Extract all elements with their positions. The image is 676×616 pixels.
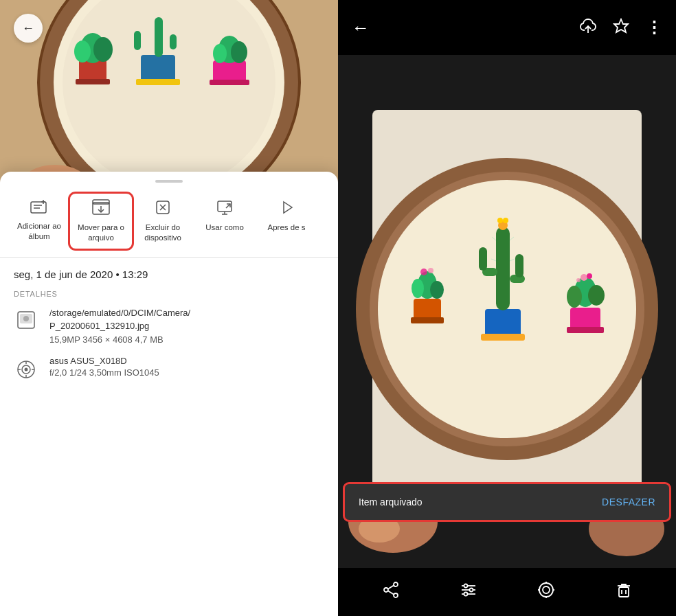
svg-point-59 — [428, 268, 433, 273]
svg-rect-61 — [481, 334, 525, 341]
svg-point-41 — [25, 367, 28, 371]
file-icon — [14, 308, 38, 332]
svg-point-93 — [464, 584, 467, 588]
svg-point-17 — [213, 44, 227, 63]
svg-rect-31 — [218, 201, 232, 212]
add-album-label: Adicionar aoálbum — [17, 221, 61, 242]
right-header-left: ← — [352, 17, 370, 38]
snackbar-action-button[interactable]: Desfazer — [602, 497, 655, 507]
svg-point-79 — [581, 274, 587, 281]
camera-detail-text: asus ASUS_X018D f/2,0 1/24 3,50mm ISO104… — [49, 356, 159, 378]
left-panel: ← Adicionar aoálbum — [0, 0, 338, 616]
right-photo-main: Item arquivado Desfazer — [338, 55, 676, 568]
svg-point-73 — [503, 218, 508, 223]
svg-point-81 — [576, 278, 581, 282]
svg-point-58 — [420, 269, 427, 275]
star-icon[interactable] — [613, 18, 629, 37]
camera-model: asus ASUS_X018D — [49, 356, 159, 366]
upload-icon[interactable] — [580, 18, 596, 37]
svg-point-86 — [394, 593, 398, 597]
svg-rect-102 — [619, 587, 629, 597]
svg-rect-5 — [76, 79, 110, 84]
svg-rect-12 — [134, 31, 141, 50]
svg-point-77 — [567, 286, 582, 308]
snackbar: Item arquivado Desfazer — [345, 484, 669, 520]
file-specs: 15,9MP 3456 × 4608 4,7 MB — [49, 334, 190, 345]
svg-rect-75 — [567, 327, 604, 333]
svg-rect-66 — [515, 254, 523, 277]
right-header-right: ⋮ — [580, 18, 662, 37]
svg-point-80 — [587, 273, 592, 279]
lens-icon[interactable] — [537, 581, 555, 603]
sheet-handle — [155, 180, 183, 183]
present-label: Apres de s — [268, 223, 306, 233]
svg-point-95 — [464, 593, 467, 596]
delete-device-button[interactable]: Excluir dodispositivo — [132, 194, 194, 249]
svg-point-56 — [412, 279, 424, 298]
svg-point-38 — [23, 316, 29, 321]
svg-rect-64 — [479, 247, 487, 271]
bottom-nav — [338, 568, 676, 616]
svg-point-72 — [497, 218, 503, 223]
add-album-icon — [30, 199, 48, 217]
delete-device-icon — [155, 199, 171, 218]
add-album-button[interactable]: Adicionar aoálbum — [8, 194, 70, 249]
svg-rect-13 — [170, 34, 177, 49]
bottom-sheet: Adicionar aoálbum Mover para oarquivo — [0, 172, 338, 616]
more-options-icon[interactable]: ⋮ — [646, 18, 662, 37]
details-label: DETALHES — [14, 290, 324, 298]
move-archive-button[interactable]: Mover para oarquivo — [70, 194, 132, 249]
right-header: ← ⋮ — [338, 0, 676, 55]
move-archive-label: Mover para oarquivo — [78, 223, 124, 243]
right-panel: ← ⋮ — [338, 0, 676, 616]
file-name: P_20200601_132910.jpg — [49, 319, 190, 333]
svg-point-78 — [588, 285, 605, 306]
action-buttons-row: Adicionar aoálbum Mover para oarquivo — [0, 188, 338, 258]
svg-rect-9 — [141, 55, 175, 82]
svg-rect-15 — [210, 80, 249, 85]
svg-point-18 — [231, 41, 247, 63]
photo-date: seg, 1 de jun de 2020 • 13:29 — [14, 269, 324, 280]
camera-icon — [14, 357, 38, 382]
use-as-button[interactable]: Usar como — [194, 194, 256, 249]
svg-rect-54 — [411, 317, 444, 323]
svg-point-96 — [539, 583, 553, 597]
photo-meta: seg, 1 de jun de 2020 • 13:29 DETALHES /… — [0, 258, 338, 398]
svg-rect-60 — [485, 309, 521, 338]
trash-icon[interactable] — [615, 581, 633, 603]
camera-specs: f/2,0 1/24 3,50mm ISO1045 — [49, 367, 159, 378]
snackbar-message: Item arquivado — [359, 497, 422, 507]
back-button[interactable]: ← — [14, 14, 43, 43]
svg-point-85 — [394, 582, 398, 586]
svg-marker-47 — [614, 19, 628, 32]
svg-marker-35 — [284, 202, 292, 213]
svg-line-34 — [226, 204, 230, 208]
svg-rect-26 — [93, 200, 109, 204]
file-detail-text: /storage/emulated/0/DCIM/Camera/ P_20200… — [49, 306, 190, 345]
svg-point-87 — [384, 588, 388, 592]
svg-rect-11 — [155, 17, 163, 57]
delete-device-label: Excluir dodispositivo — [144, 223, 181, 243]
right-back-icon[interactable]: ← — [352, 17, 370, 38]
use-as-label: Usar como — [205, 223, 244, 233]
move-archive-icon — [92, 199, 110, 218]
share-icon[interactable] — [382, 581, 400, 603]
svg-rect-10 — [136, 79, 180, 85]
svg-line-88 — [388, 586, 394, 589]
svg-point-7 — [74, 41, 91, 62]
svg-point-57 — [430, 281, 444, 299]
present-icon — [278, 199, 295, 218]
file-detail-item: /storage/emulated/0/DCIM/Camera/ P_20200… — [14, 306, 324, 345]
svg-line-89 — [388, 591, 394, 595]
svg-rect-62 — [496, 227, 510, 310]
camera-detail-item: asus ASUS_X018D f/2,0 1/24 3,50mm ISO104… — [14, 356, 324, 382]
svg-point-97 — [543, 586, 550, 593]
present-button[interactable]: Apres de s — [256, 194, 317, 249]
use-as-icon — [216, 199, 233, 218]
svg-point-94 — [469, 589, 473, 592]
file-path: /storage/emulated/0/DCIM/Camera/ — [49, 306, 190, 320]
back-arrow-icon: ← — [22, 21, 34, 36]
tune-icon[interactable] — [460, 581, 477, 603]
svg-point-8 — [93, 37, 113, 62]
